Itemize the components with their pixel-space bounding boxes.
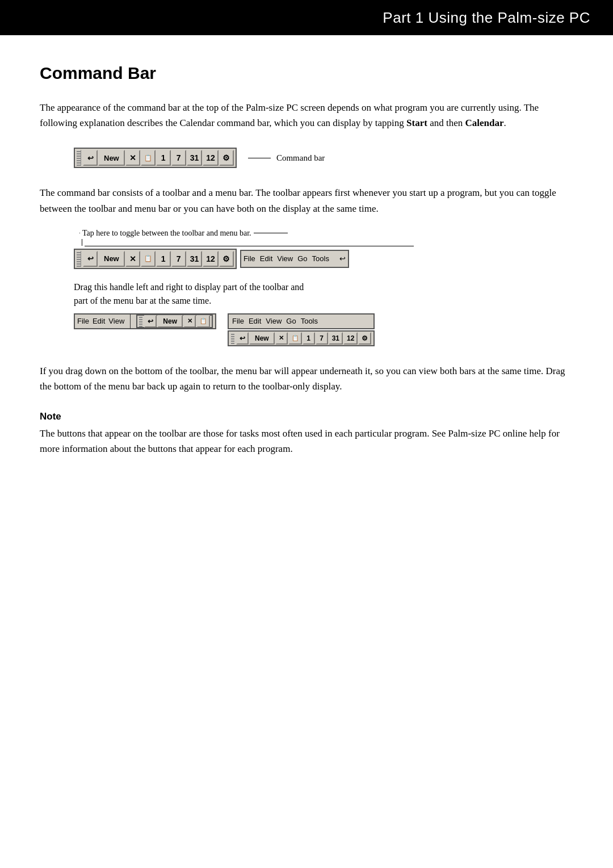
dr-12: 12 <box>343 332 358 345</box>
toggle-annotation: Tap here to toggle between the toolbar a… <box>82 229 251 238</box>
menu-right-arrow: ↩ <box>339 254 346 263</box>
new-button-2: New <box>98 251 125 267</box>
mini-close: ✕ <box>183 315 196 328</box>
header-title: Part 1 Using the Palm-size PC <box>383 9 590 27</box>
day31-button-2: 31 <box>187 251 203 267</box>
dr-new: New <box>249 332 275 345</box>
drag-text: Drag this handle left and right to displ… <box>74 280 573 308</box>
drag-edit: Edit <box>93 317 105 325</box>
start-button: ↩ <box>83 150 98 166</box>
dr-view: View <box>266 317 282 325</box>
toggle-section: Tap here to toggle between the toolbar a… <box>74 229 573 269</box>
command-bar-illustration: ↩ New ✕ 📋 1 7 31 <box>74 148 573 168</box>
dr-go: Go <box>286 317 296 325</box>
main-content: Command Bar The appearance of the comman… <box>0 35 613 504</box>
dr-31: 31 <box>329 332 343 345</box>
dr-7: 7 <box>316 332 328 345</box>
drag-view: View <box>108 317 124 325</box>
drag-left-group: File Edit View ↩ New ✕ 📋 <box>74 313 216 329</box>
menubar-mock: File Edit View Go Tools ↩ <box>240 250 349 268</box>
drag-left-bar: File Edit View ↩ New ✕ 📋 <box>74 313 216 329</box>
drag-illustration: File Edit View ↩ New ✕ 📋 <box>74 313 573 346</box>
file-menu: File <box>243 254 255 263</box>
dr-file: File <box>232 317 244 325</box>
note-section: Note The buttons that appear on the tool… <box>40 411 573 456</box>
dr-handle <box>231 333 234 344</box>
mini-start: ↩ <box>144 315 157 328</box>
mini-handle <box>139 316 142 327</box>
drag-section: Drag this handle left and right to displ… <box>74 280 573 346</box>
drag-right-menubar: File Edit View Go Tools <box>228 313 375 329</box>
close-button: ✕ <box>125 150 140 166</box>
note-text: The buttons that appear on the toolbar a… <box>40 426 573 456</box>
dr-1: 1 <box>303 332 315 345</box>
annotation-line-right <box>254 233 288 233</box>
day1-button-2: 1 <box>156 251 171 267</box>
day31-button: 31 <box>187 150 203 166</box>
settings-button: ⚙ <box>219 150 234 166</box>
mini-copy: 📋 <box>196 315 210 328</box>
dr-close: ✕ <box>275 332 288 345</box>
dr-tools: Tools <box>301 317 318 325</box>
command-bar-label: Command bar <box>248 153 325 163</box>
tools-menu: Tools <box>312 254 329 263</box>
toolbar-mock: ↩ New ✕ 📋 1 7 31 <box>74 148 237 168</box>
dr-copy: 📋 <box>288 332 302 345</box>
drag-file: File <box>77 317 89 325</box>
go-menu: Go <box>297 254 307 263</box>
toolbar-mock-2: ↩ New ✕ 📋 1 7 31 12 ⚙ <box>74 249 237 269</box>
day7-button-2: 7 <box>171 251 186 267</box>
drag-right-toolbar: ↩ New ✕ 📋 1 7 31 12 ⚙ <box>228 330 375 346</box>
dr-edit: Edit <box>249 317 261 325</box>
intro-paragraph: The appearance of the command bar at the… <box>40 100 573 131</box>
view-menu: View <box>277 254 293 263</box>
edit-menu: Edit <box>260 254 272 263</box>
copy-button: 📋 <box>141 150 156 166</box>
start-button-2: ↩ <box>83 251 98 267</box>
day12-button-2: 12 <box>203 251 219 267</box>
drag-right-stack: File Edit View Go Tools ↩ New ✕ 📋 1 7 31 <box>228 313 375 346</box>
dr-gear: ⚙ <box>358 332 371 345</box>
day7-button: 7 <box>171 150 186 166</box>
note-label: Note <box>40 411 573 422</box>
dr-start: ↩ <box>236 332 249 345</box>
mini-new: New <box>157 315 183 328</box>
settings-button-2: ⚙ <box>219 251 234 267</box>
last-paragraph: If you drag down on the bottom of the to… <box>40 363 573 394</box>
day1-button: 1 <box>156 150 171 166</box>
toolbar-drag-handle <box>77 150 81 166</box>
day12-button: 12 <box>203 150 219 166</box>
copy-button-2: 📋 <box>141 251 156 267</box>
section-heading: Command Bar <box>40 64 573 83</box>
close-button-2: ✕ <box>125 251 140 267</box>
new-button: New <box>98 150 125 166</box>
page-header: Part 1 Using the Palm-size PC <box>0 0 613 35</box>
toolbar-handle-2 <box>77 251 81 267</box>
explanation-paragraph: The command bar consists of a toolbar an… <box>40 185 573 216</box>
drag-vertical-handle <box>130 314 131 329</box>
